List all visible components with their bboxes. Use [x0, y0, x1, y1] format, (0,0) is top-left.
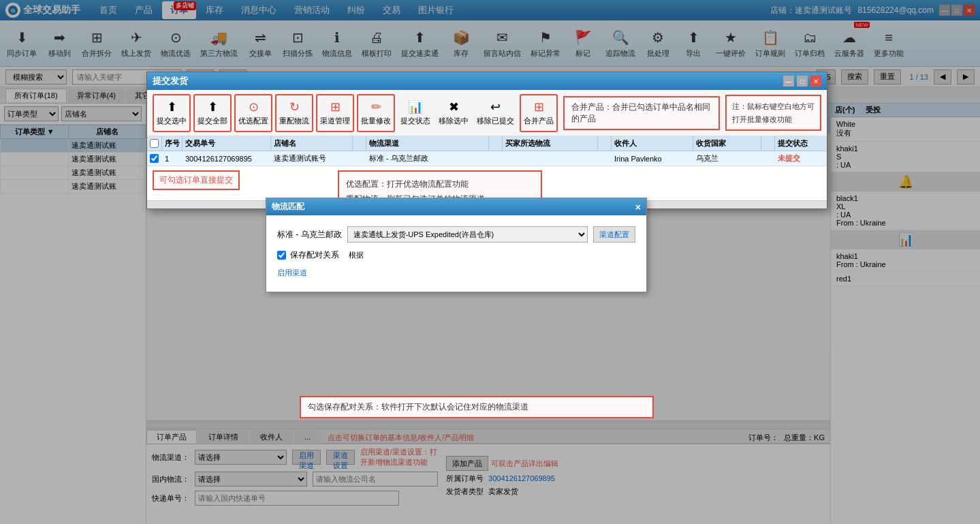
submit-selected-icon: ⬆ — [167, 99, 177, 114]
channel-manage-icon: ⊞ — [330, 99, 341, 114]
modal-row-recipient: Irina Pavlenko — [612, 155, 693, 163]
merge-product-btn[interactable]: ⊞ 合并产品 — [520, 94, 558, 132]
modal-col-seq: 序号 — [162, 136, 183, 151]
batch-modify-btn[interactable]: ✏ 批量修改 — [357, 94, 395, 132]
save-pair-row: 保存配对关系 根据 — [277, 249, 635, 261]
submit-status-label: 提交状态 — [400, 116, 430, 126]
channel-select[interactable]: 速卖通线上发货-UPS Expedited(许昌仓库) — [347, 226, 588, 243]
modal-col-country: 收货国家 — [693, 136, 761, 151]
modal-col-flags — [353, 136, 366, 151]
reconfigure-label: 重配物流 — [279, 116, 309, 126]
modal-table-area: 序号 交易单号 店铺名 物流渠道 买家所选物流 收件人 收货国家 提交状态 1 … — [147, 136, 827, 200]
sub-dialog-close-button[interactable]: × — [635, 202, 641, 213]
modal-select-all[interactable] — [150, 139, 159, 148]
submit-all-btn[interactable]: ⬆ 提交全部 — [193, 94, 232, 132]
submit-status-icon: 📊 — [408, 99, 423, 114]
submit-all-label: 提交全部 — [197, 116, 227, 126]
modal-row-seq: 1 — [162, 155, 183, 163]
channel-manage-label: 渠道管理 — [320, 116, 350, 126]
submit-modal: 提交发货 — □ ✕ ⬆ 提交选中 ⬆ 提交全部 ⊙ 优选配置 ↻ 重配物流 ⊞… — [146, 72, 827, 209]
modal-row-1[interactable]: 1 3004126127069895 速卖通测试账号 标准 - 乌克兰邮政 Ir… — [147, 151, 827, 166]
modal-col-logistics: 物流渠道 — [366, 136, 489, 151]
sub-dialog-body: 标准 - 乌克兰邮政 速卖通线上发货-UPS Expedited(许昌仓库) 渠… — [266, 215, 646, 292]
modal-minimize-button[interactable]: — — [783, 76, 794, 87]
remove-selected-btn[interactable]: ✖ 移除选中 — [436, 94, 471, 132]
apply-btn-label: 根据 — [349, 250, 364, 260]
opt-config-label: 优选配置 — [238, 116, 268, 126]
reconfigure-icon: ↻ — [289, 99, 300, 114]
modal-col-buyer-flag — [598, 136, 612, 151]
save-pair-bottom-note: 勾选保存配对关系：软件打开下次默认会记住对应的物流渠道 — [300, 396, 654, 418]
batch-modify-label: 批量修改 — [361, 116, 391, 126]
submit-modal-title: 提交发货 — [153, 75, 188, 87]
modal-col-store: 店铺名 — [271, 136, 353, 151]
enable-channel-link[interactable]: 启用渠道 — [277, 268, 635, 278]
modal-col-order-no: 交易单号 — [183, 136, 271, 151]
reconfigure-btn[interactable]: ↻ 重配物流 — [275, 94, 313, 132]
submit-status-btn[interactable]: 📊 提交状态 — [398, 94, 433, 132]
remove-submitted-btn[interactable]: ↩ 移除已提交 — [474, 94, 517, 132]
modal-controls: — □ ✕ — [783, 76, 821, 87]
modal-row-country: 乌克兰 — [693, 153, 761, 164]
can-submit-note: 可勾选订单直接提交 — [153, 170, 240, 190]
merge-note: 合并产品：合并已勾选订单中品名相同的产品 — [563, 96, 720, 130]
modal-row-store: 速卖通测试账号 — [271, 153, 353, 164]
sub-dialog-title-bar: 物流匹配 × — [266, 198, 646, 215]
standard-label: 标准 - 乌克兰邮政 — [277, 229, 342, 241]
merge-product-icon: ⊞ — [534, 99, 544, 114]
save-pair-checkbox[interactable] — [277, 251, 286, 260]
opt-config-icon: ⊙ — [249, 99, 259, 114]
remove-selected-icon: ✖ — [449, 99, 459, 114]
modal-col-log-flag — [489, 136, 503, 151]
modal-row-logistics: 标准 - 乌克兰邮政 — [366, 153, 489, 164]
remove-selected-label: 移除选中 — [439, 116, 469, 126]
logistics-standard-row: 标准 - 乌克兰邮政 速卖通线上发货-UPS Expedited(许昌仓库) 渠… — [277, 226, 635, 243]
remove-submitted-icon: ↩ — [490, 99, 501, 114]
logistics-match-dialog: 物流匹配 × 标准 - 乌克兰邮政 速卖通线上发货-UPS Expedited(… — [266, 198, 647, 292]
submit-all-icon: ⬆ — [208, 99, 218, 114]
remove-submitted-label: 移除已提交 — [477, 116, 514, 126]
modal-maximize-button[interactable]: □ — [797, 76, 808, 87]
submit-selected-label: 提交选中 — [157, 116, 187, 126]
info-line1: 优选配置：打开优选物流配置功能 — [346, 177, 534, 192]
channel-config-button[interactable]: 渠道配置 — [593, 226, 635, 243]
right-note-line1: 注：鼠标右键空白地方可 — [732, 100, 815, 113]
save-pair-label: 保存配对关系 — [290, 249, 339, 261]
submit-modal-title-bar: 提交发货 — □ ✕ — [147, 72, 827, 90]
modal-col-buyer-log: 买家所选物流 — [503, 136, 598, 151]
modal-row-status: 未提交 — [775, 153, 827, 164]
modal-row-check[interactable] — [147, 151, 162, 166]
modal-col-check — [147, 136, 162, 151]
modal-close-button[interactable]: ✕ — [810, 76, 821, 87]
batch-modify-icon: ✏ — [371, 99, 381, 114]
modal-col-status: 提交状态 — [775, 136, 827, 151]
right-annotation-note: 注：鼠标右键空白地方可 打开批量修改功能 — [725, 95, 821, 131]
submit-selected-btn[interactable]: ⬆ 提交选中 — [153, 94, 191, 132]
merge-product-label: 合并产品 — [524, 116, 554, 126]
submit-toolbar: ⬆ 提交选中 ⬆ 提交全部 ⊙ 优选配置 ↻ 重配物流 ⊞ 渠道管理 ✏ 批量修… — [147, 90, 827, 136]
modal-row-order-no: 3004126127069895 — [183, 155, 271, 163]
channel-manage-btn[interactable]: ⊞ 渠道管理 — [316, 94, 354, 132]
right-note-line2: 打开批量修改功能 — [732, 113, 815, 126]
modal-col-country-flag — [761, 136, 775, 151]
modal-col-recipient: 收件人 — [612, 136, 693, 151]
opt-config-btn[interactable]: ⊙ 优选配置 — [234, 94, 272, 132]
modal-table-header: 序号 交易单号 店铺名 物流渠道 买家所选物流 收件人 收货国家 提交状态 — [147, 136, 827, 151]
sub-dialog-title-text: 物流匹配 — [272, 201, 304, 213]
